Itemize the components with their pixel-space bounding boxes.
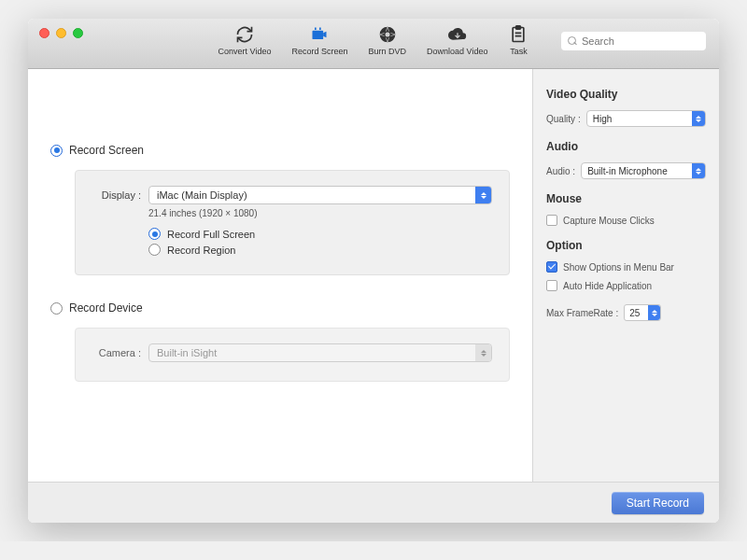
display-label: Display : <box>92 189 141 201</box>
minimize-icon[interactable] <box>56 28 66 38</box>
framerate-stepper[interactable]: 25 <box>624 304 661 321</box>
radio-icon[interactable] <box>50 302 63 315</box>
svg-rect-0 <box>313 31 324 39</box>
toolbar: Convert Video Record Screen Burn DVD Dow… <box>218 19 529 56</box>
camera-field: Camera : Built-in iSight <box>92 343 492 362</box>
toolbar-task[interactable]: Task <box>508 24 529 56</box>
menu-bar-label: Show Options in Menu Bar <box>563 262 674 273</box>
framerate-field: Max FrameRate : 25 <box>546 304 706 321</box>
toolbar-burn-dvd[interactable]: Burn DVD <box>369 24 407 56</box>
radio-icon[interactable] <box>50 145 63 157</box>
quality-field: Quality : High <box>546 110 706 127</box>
record-mode-group: Record Full Screen Record Region <box>148 228 492 256</box>
dvd-icon <box>377 24 398 45</box>
toolbar-label: Burn DVD <box>369 47 407 56</box>
toolbar-record-screen[interactable]: Record Screen <box>291 24 347 56</box>
toolbar-label: Convert Video <box>218 47 272 56</box>
toolbar-label: Task <box>510 47 528 56</box>
task-icon <box>508 24 529 45</box>
capture-mouse-row[interactable]: Capture Mouse Clicks <box>546 215 706 226</box>
chevron-updown-icon <box>475 187 491 203</box>
convert-icon <box>234 24 255 45</box>
radio-icon[interactable] <box>148 228 161 240</box>
quality-label: Quality : <box>546 114 581 124</box>
audio-value: Built-in Microphone <box>587 166 668 176</box>
record-screen-label: Record Screen <box>69 144 144 157</box>
app-window: Convert Video Record Screen Burn DVD Dow… <box>28 19 719 523</box>
display-value: iMac (Main Display) <box>157 189 247 201</box>
option-heading: Option <box>546 239 706 252</box>
audio-field: Audio : Built-in Microphone <box>546 162 706 179</box>
checkbox-icon[interactable] <box>546 215 557 226</box>
camera-value: Built-in iSight <box>157 347 217 358</box>
camera-label: Camera : <box>92 347 141 358</box>
chevron-updown-icon <box>692 111 705 126</box>
checkbox-icon[interactable] <box>546 261 557 273</box>
auto-hide-label: Auto Hide Application <box>563 281 652 291</box>
region-label: Record Region <box>167 245 235 256</box>
chevron-updown-icon <box>475 344 491 361</box>
main-panel: Record Screen Display : iMac (Main Displ… <box>28 69 532 482</box>
record-region-radio[interactable]: Record Region <box>148 244 492 256</box>
footer: Start Record <box>28 482 719 523</box>
chevron-updown-icon <box>648 305 660 320</box>
record-device-radio-row[interactable]: Record Device <box>50 301 510 315</box>
menu-bar-row[interactable]: Show Options in Menu Bar <box>546 261 706 273</box>
audio-heading: Audio <box>546 140 706 153</box>
record-full-screen-radio[interactable]: Record Full Screen <box>148 228 492 240</box>
body: Record Screen Display : iMac (Main Displ… <box>28 69 719 482</box>
display-select[interactable]: iMac (Main Display) <box>148 186 492 204</box>
display-info: 21.4 inches (1920 × 1080) <box>148 208 492 218</box>
maximize-icon[interactable] <box>73 28 83 38</box>
record-icon <box>309 24 330 45</box>
record-device-label: Record Device <box>69 301 143 315</box>
camera-select[interactable]: Built-in iSight <box>148 343 492 362</box>
audio-label: Audio : <box>546 166 575 176</box>
search-icon <box>561 32 706 50</box>
traffic-lights <box>39 28 83 38</box>
side-panel: Video Quality Quality : High Audio Audio… <box>532 69 719 482</box>
framerate-value: 25 <box>629 308 640 318</box>
search-input[interactable] <box>561 32 706 50</box>
close-icon[interactable] <box>39 28 49 38</box>
start-record-button[interactable]: Start Record <box>612 492 704 514</box>
quality-value: High <box>593 114 613 124</box>
chevron-updown-icon <box>692 163 705 178</box>
checkbox-icon[interactable] <box>546 280 557 291</box>
svg-point-4 <box>385 33 389 37</box>
audio-select[interactable]: Built-in Microphone <box>581 162 706 179</box>
titlebar: Convert Video Record Screen Burn DVD Dow… <box>28 19 719 69</box>
full-screen-label: Record Full Screen <box>167 229 255 240</box>
mouse-heading: Mouse <box>546 192 706 205</box>
svg-rect-6 <box>516 26 521 29</box>
svg-rect-1 <box>315 28 317 31</box>
video-quality-heading: Video Quality <box>546 88 706 101</box>
quality-select[interactable]: High <box>586 110 706 127</box>
toolbar-download-video[interactable]: Download Video <box>427 24 487 56</box>
auto-hide-row[interactable]: Auto Hide Application <box>546 280 706 291</box>
framerate-label: Max FrameRate : <box>546 308 618 318</box>
svg-rect-2 <box>319 28 321 31</box>
download-icon <box>447 24 468 45</box>
record-device-section: Camera : Built-in iSight <box>75 328 510 382</box>
toolbar-label: Record Screen <box>291 47 347 56</box>
record-screen-radio-row[interactable]: Record Screen <box>50 144 510 157</box>
capture-mouse-label: Capture Mouse Clicks <box>563 216 655 226</box>
toolbar-convert-video[interactable]: Convert Video <box>218 24 272 56</box>
toolbar-label: Download Video <box>427 47 487 56</box>
record-screen-section: Display : iMac (Main Display) 21.4 inche… <box>75 170 510 275</box>
display-field: Display : iMac (Main Display) <box>92 186 492 204</box>
radio-icon[interactable] <box>148 244 161 256</box>
